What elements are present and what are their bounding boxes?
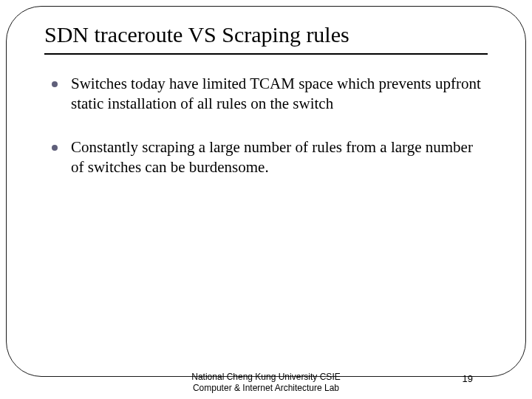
slide-title: SDN traceroute VS Scraping rules: [44, 22, 488, 47]
footer-line-2: Computer & Internet Architecture Lab: [191, 383, 340, 394]
bullet-text: Constantly scraping a large number of ru…: [71, 137, 488, 177]
list-item: Constantly scraping a large number of ru…: [52, 137, 488, 177]
bullet-text: Switches today have limited TCAM space w…: [71, 74, 488, 114]
slide-footer: National Cheng Kung University CSIE Comp…: [0, 372, 532, 394]
title-underline: [44, 53, 488, 55]
footer-text: National Cheng Kung University CSIE Comp…: [191, 372, 340, 394]
page-number: 19: [463, 373, 473, 384]
bullet-icon: [52, 81, 58, 87]
list-item: Switches today have limited TCAM space w…: [52, 74, 488, 114]
footer-line-1: National Cheng Kung University CSIE: [191, 372, 340, 383]
bullet-icon: [52, 145, 58, 151]
slide: SDN traceroute VS Scraping rules Switche…: [0, 0, 532, 399]
slide-body: Switches today have limited TCAM space w…: [52, 74, 488, 201]
